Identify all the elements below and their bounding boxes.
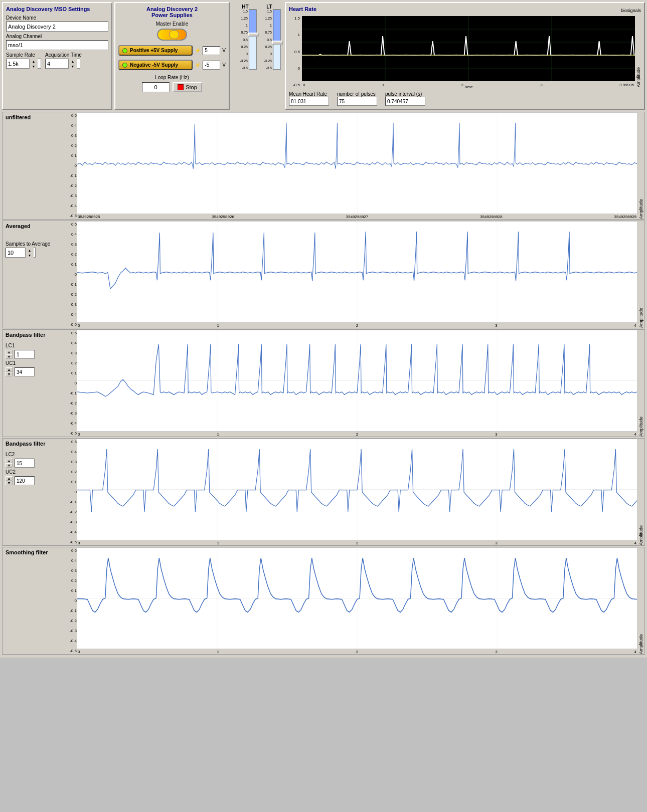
mso-title: Analog Discovery MSO Settings [6, 6, 108, 12]
channel-input[interactable] [6, 40, 108, 50]
lc2-spinner[interactable]: ▲ ▼ [6, 459, 13, 468]
uc2-spinner[interactable]: ▲ ▼ [6, 476, 13, 485]
lt-slider-row: 1.5 1.25 1 0.75 0.5 0.25 0 -0.25 -0.5 [258, 10, 281, 70]
bandpass2-svg [77, 439, 637, 540]
sample-rate-spinner[interactable]: ▲ ▼ [6, 59, 41, 69]
sample-rate-group: Sample Rate ▲ ▼ [6, 52, 41, 69]
samples-input[interactable] [6, 249, 25, 256]
averaged-title: Averaged [6, 223, 60, 229]
lc2-input-row: ▲ ▼ [6, 459, 60, 468]
heart-y-labels: 1.5 1 0.5 0 -0.5 [289, 16, 301, 87]
bandpass2-chart-bg [77, 439, 637, 540]
samples-spinner[interactable]: ▲ ▼ [6, 248, 36, 258]
acq-time-input[interactable] [46, 60, 68, 67]
uc1-input[interactable] [15, 367, 35, 376]
samples-group: Samples to Average ▲ ▼ [6, 241, 60, 258]
heart-chart-row: 1.5 1 0.5 0 -0.5 [289, 16, 641, 87]
unfiltered-x-labels: 3549298925 3549298926 3549298927 3549298… [77, 215, 637, 219]
lt-slider-track[interactable] [273, 10, 281, 70]
sample-rate-down[interactable]: ▼ [30, 64, 38, 69]
uc2-up[interactable]: ▲ [6, 476, 13, 481]
stop-icon [178, 84, 184, 90]
top-row: Analog Discovery MSO Settings Device Nam… [2, 2, 645, 110]
averaged-amplitude-label: Amplitude [637, 221, 644, 328]
uc2-label: UC2 [6, 469, 16, 475]
loop-rate-input[interactable] [142, 82, 170, 92]
smoothing-svg [77, 548, 637, 649]
toggle-knob [169, 30, 179, 39]
bandpass2-panel: Bandpass filter LC2 ▲ ▼ UC2 ▲ [2, 438, 645, 546]
bandpass1-y-labels: 0.5 0.4 0.3 0.2 0.1 0 -0.1 -0.2 -0.3 -0.… [63, 330, 77, 437]
neg-voltage-input[interactable] [203, 61, 220, 70]
device-name-input[interactable] [6, 22, 108, 32]
bandpass2-x-labels: 0 1 2 3 4 [77, 541, 637, 545]
power-supply-panel: Analog Discovery 2 Power Supplies Master… [114, 2, 230, 110]
ht-slider-track[interactable] [249, 10, 257, 70]
neg-v-unit: V [222, 62, 226, 68]
pos-v-unit: V [222, 48, 226, 53]
biosignals-label: biosignals [621, 8, 641, 13]
lc1-down[interactable]: ▼ [6, 354, 13, 359]
interval-value[interactable] [385, 97, 425, 106]
sample-rate-up[interactable]: ▲ [30, 59, 38, 64]
pulses-value[interactable] [337, 97, 377, 106]
ht-slider-row: 1.5 1.25 1 0.75 0.5 0.25 0 -0.25 -0.5 [234, 10, 257, 70]
uc1-up[interactable]: ▲ [6, 367, 13, 372]
acq-time-label: Acquisition Time [45, 52, 82, 58]
bandpass2-left: Bandpass filter LC2 ▲ ▼ UC2 ▲ [3, 439, 63, 545]
acq-time-down[interactable]: ▼ [69, 64, 77, 69]
master-enable-label: Master Enable [118, 21, 226, 27]
loop-rate-label: Loop Rate (Hz) [118, 75, 226, 80]
ht-label: HT [242, 4, 248, 10]
stop-button[interactable]: Stop [173, 82, 202, 92]
averaged-chart-bg [77, 221, 637, 323]
lc2-up[interactable]: ▲ [6, 459, 13, 463]
pos-voltage-input[interactable] [203, 46, 220, 55]
lc1-input-row: ▲ ▼ [6, 350, 60, 359]
negative-supply-button[interactable]: Negative -5V Supply [118, 60, 193, 70]
uc1-spinner[interactable]: ▲ ▼ [6, 367, 13, 376]
ht-slider-thumb[interactable] [248, 33, 259, 37]
averaged-y-labels: 0.5 0.4 0.3 0.2 0.1 0 -0.1 -0.2 -0.3 -0.… [63, 221, 77, 328]
unfiltered-left: unfiltered [3, 112, 63, 219]
bandpass1-amplitude-label: Amplitude [637, 330, 644, 437]
pulses-label: number of pulses [337, 91, 377, 97]
smoothing-chart-bg [77, 547, 637, 649]
smoothing-chart-area: 0 1 2 3 4 [77, 547, 637, 654]
lc2-input[interactable] [15, 459, 35, 468]
lt-slider-group: LT 1.5 1.25 1 0.75 0.5 0.25 0 -0.25 -0.5 [258, 4, 281, 70]
unfiltered-chart-bg [77, 112, 637, 214]
bandpass1-title: Bandpass filter [6, 332, 60, 338]
right-panels: HT 1.5 1.25 1 0.75 0.5 0.25 0 -0.25 -0.5 [232, 2, 645, 110]
lt-slider-thumb[interactable] [272, 41, 283, 45]
sample-rate-input[interactable] [7, 60, 29, 67]
averaged-left: Averaged Samples to Average ▲ ▼ [3, 221, 63, 328]
positive-led [122, 48, 127, 53]
lc1-row: LC1 [6, 343, 60, 348]
mean-hr-value[interactable] [289, 97, 329, 106]
acq-time-up[interactable]: ▲ [69, 59, 77, 64]
lc1-spinner[interactable]: ▲ ▼ [6, 350, 13, 359]
uc2-row: UC2 [6, 469, 60, 475]
samples-up[interactable]: ▲ [26, 248, 34, 253]
uc2-input[interactable] [15, 476, 35, 485]
ht-scale: 1.5 1.25 1 0.75 0.5 0.25 0 -0.25 -0.5 [234, 10, 248, 70]
unfiltered-panel: unfiltered 0.5 0.4 0.3 0.2 0.1 0 -0.1 -0… [2, 112, 645, 220]
lc1-up[interactable]: ▲ [6, 350, 13, 354]
stop-label: Stop [186, 84, 197, 90]
bandpass1-left: Bandpass filter LC1 ▲ ▼ UC1 ▲ [3, 330, 63, 437]
lc1-input[interactable] [15, 350, 35, 359]
bandpass1-params: LC1 ▲ ▼ UC1 ▲ ▼ [6, 343, 60, 378]
lc2-down[interactable]: ▼ [6, 463, 13, 468]
acq-time-spinner[interactable]: ▲ ▼ [45, 59, 80, 69]
uc1-down[interactable]: ▼ [6, 372, 13, 376]
uc2-down[interactable]: ▼ [6, 481, 13, 485]
bandpass2-chart-area: 0 1 2 3 4 [77, 439, 637, 545]
bandpass1-x-labels: 0 1 2 3 4 [77, 432, 637, 437]
heart-chart-area: 0 1 2 3 3.99935 Time [302, 16, 635, 87]
master-enable-toggle[interactable] [157, 29, 187, 41]
samples-down[interactable]: ▼ [26, 253, 34, 258]
samples-label: Samples to Average [6, 241, 60, 247]
uc1-input-row: ▲ ▼ [6, 367, 60, 376]
positive-supply-button[interactable]: Positive +5V Supply [118, 45, 193, 56]
